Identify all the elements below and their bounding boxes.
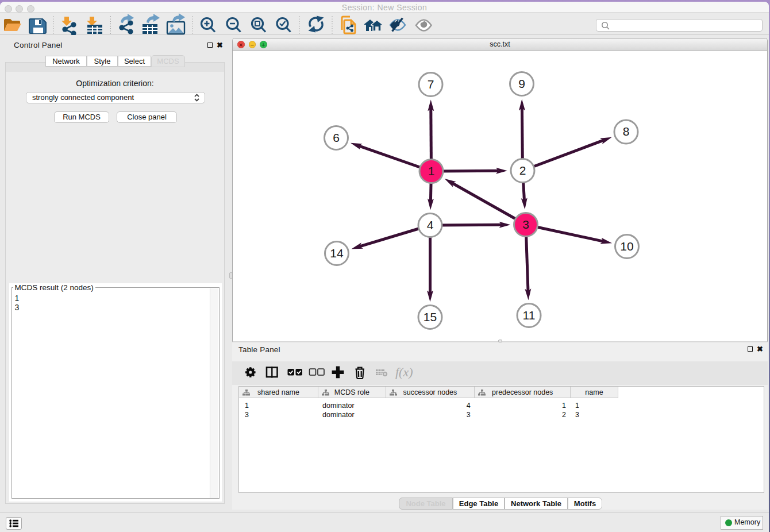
svg-text:15: 15 [424,310,437,323]
svg-text:3: 3 [522,218,529,231]
svg-text:11: 11 [523,309,536,322]
svg-text:6: 6 [333,131,340,144]
svg-text:8: 8 [623,125,630,138]
svg-text:1: 1 [428,164,435,178]
svg-text:7: 7 [428,78,434,91]
svg-text:4: 4 [427,218,434,232]
svg-text:2: 2 [519,164,526,177]
svg-text:10: 10 [620,240,633,253]
svg-text:14: 14 [330,246,344,260]
svg-text:9: 9 [518,77,525,90]
svg-text:f(x): f(x) [395,365,413,379]
